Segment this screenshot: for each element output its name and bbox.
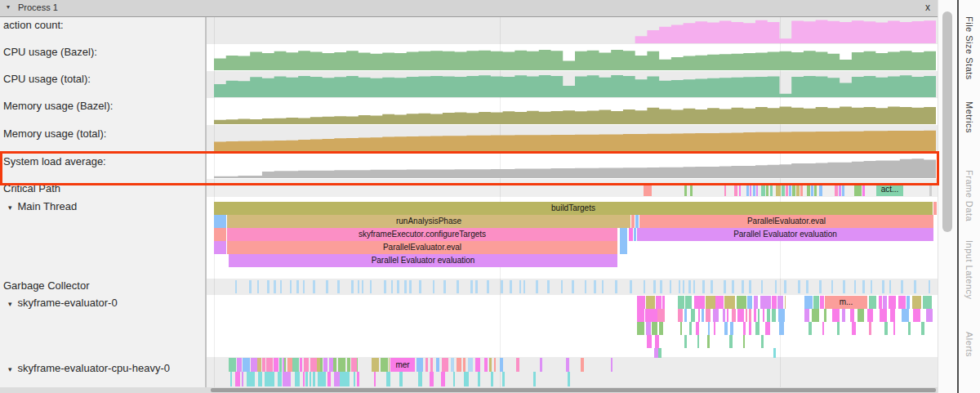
trace-event[interactable] bbox=[786, 183, 788, 196]
trace-event[interactable] bbox=[926, 309, 933, 322]
trace-event[interactable] bbox=[879, 296, 882, 309]
trace-event[interactable] bbox=[839, 183, 841, 196]
trace-event[interactable] bbox=[908, 322, 911, 335]
trace-event[interactable] bbox=[290, 280, 292, 293]
trace-event[interactable] bbox=[265, 372, 274, 386]
trace-event[interactable] bbox=[723, 309, 725, 322]
trace-event[interactable] bbox=[257, 358, 261, 372]
trace-event[interactable] bbox=[338, 358, 345, 372]
gutter-divider[interactable] bbox=[205, 17, 207, 387]
trace-event[interactable] bbox=[713, 309, 719, 322]
trace-event[interactable] bbox=[611, 358, 612, 372]
thread-track-main-thread[interactable]: ▾Main Thread bbox=[8, 200, 77, 212]
trace-event[interactable] bbox=[775, 280, 777, 293]
trace-event[interactable] bbox=[384, 280, 386, 293]
trace-event[interactable] bbox=[862, 183, 865, 196]
trace-event[interactable] bbox=[457, 358, 461, 372]
trace-event[interactable] bbox=[333, 358, 336, 372]
trace-event[interactable] bbox=[300, 358, 302, 372]
trace-event[interactable] bbox=[890, 309, 895, 322]
trace-event[interactable] bbox=[547, 280, 550, 293]
trace-event[interactable] bbox=[869, 296, 876, 309]
trace-event[interactable] bbox=[756, 183, 758, 196]
trace-event[interactable] bbox=[854, 183, 862, 196]
trace-event-mer[interactable]: mer bbox=[390, 358, 415, 372]
trace-event[interactable] bbox=[457, 280, 459, 293]
trace-event[interactable] bbox=[779, 322, 784, 335]
trace-event[interactable] bbox=[660, 280, 662, 293]
trace-event[interactable] bbox=[679, 280, 680, 293]
trace-event[interactable] bbox=[708, 322, 710, 335]
trace-event[interactable] bbox=[749, 309, 751, 322]
trace-event[interactable] bbox=[351, 280, 354, 293]
counter-chart-system-load-average[interactable] bbox=[214, 154, 936, 178]
trace-event[interactable] bbox=[889, 280, 891, 293]
trace-event[interactable] bbox=[464, 372, 469, 386]
trace-event[interactable] bbox=[657, 309, 665, 322]
trace-event[interactable] bbox=[313, 280, 315, 293]
trace-event[interactable] bbox=[399, 372, 403, 386]
trace-event[interactable] bbox=[732, 280, 734, 293]
trace-event[interactable] bbox=[882, 280, 884, 293]
trace-event[interactable] bbox=[566, 358, 569, 372]
trace-event[interactable] bbox=[739, 183, 741, 196]
trace-event[interactable] bbox=[913, 309, 920, 322]
trace-event[interactable] bbox=[754, 309, 756, 322]
trace-event[interactable] bbox=[451, 358, 454, 372]
trace-event[interactable] bbox=[303, 280, 305, 293]
trace-event[interactable] bbox=[267, 280, 270, 293]
trace-event[interactable] bbox=[819, 183, 822, 196]
trace-event[interactable] bbox=[523, 280, 525, 293]
trace-event[interactable] bbox=[688, 280, 691, 293]
trace-event[interactable] bbox=[280, 280, 282, 293]
trace-event[interactable] bbox=[772, 296, 777, 309]
tab-input-latency[interactable]: Input Latency bbox=[964, 240, 974, 300]
trace-event[interactable] bbox=[724, 296, 735, 309]
trace-event[interactable] bbox=[784, 280, 786, 293]
trace-event[interactable] bbox=[278, 372, 282, 386]
trace-event[interactable] bbox=[767, 309, 770, 322]
trace-event[interactable] bbox=[804, 296, 813, 309]
trace-event[interactable] bbox=[656, 296, 662, 309]
trace-event[interactable] bbox=[310, 372, 311, 386]
trace-event[interactable] bbox=[746, 309, 747, 322]
trace-event[interactable] bbox=[585, 280, 586, 293]
trace-event[interactable] bbox=[824, 309, 826, 322]
trace-event[interactable] bbox=[602, 280, 604, 293]
trace-event[interactable] bbox=[418, 372, 422, 386]
trace-event[interactable] bbox=[389, 358, 390, 372]
trace-event[interactable] bbox=[645, 309, 657, 322]
trace-event[interactable] bbox=[292, 358, 299, 372]
trace-event[interactable] bbox=[362, 280, 363, 293]
trace-event[interactable] bbox=[902, 309, 909, 322]
trace-event[interactable] bbox=[348, 372, 350, 386]
trace-event[interactable] bbox=[820, 296, 824, 309]
trace-event[interactable] bbox=[792, 183, 795, 196]
trace-event[interactable] bbox=[806, 280, 808, 293]
trace-event[interactable] bbox=[358, 280, 359, 293]
trace-event[interactable] bbox=[310, 358, 317, 372]
trace-event[interactable] bbox=[357, 358, 358, 372]
process-header[interactable]: ▾ Process 1 x bbox=[0, 0, 938, 17]
trace-event[interactable] bbox=[568, 372, 570, 386]
trace-event[interactable] bbox=[266, 358, 273, 372]
trace-event[interactable] bbox=[337, 280, 340, 293]
trace-event[interactable] bbox=[858, 309, 864, 322]
trace-event[interactable] bbox=[354, 372, 355, 386]
trace-event[interactable] bbox=[685, 296, 692, 309]
trace-event[interactable] bbox=[694, 296, 705, 309]
trace-event[interactable] bbox=[782, 183, 785, 196]
trace-event[interactable] bbox=[789, 183, 791, 196]
trace-event[interactable] bbox=[478, 372, 480, 386]
trace-event[interactable] bbox=[912, 296, 921, 309]
trace-event[interactable] bbox=[646, 296, 655, 309]
trace-event[interactable] bbox=[391, 280, 393, 293]
trace-event[interactable] bbox=[644, 280, 645, 293]
trace-event[interactable] bbox=[340, 372, 348, 386]
trace-event[interactable] bbox=[318, 372, 326, 386]
trace-event[interactable] bbox=[502, 372, 505, 386]
trace-event[interactable] bbox=[533, 372, 536, 386]
trace-event[interactable] bbox=[715, 296, 724, 309]
trace-event[interactable] bbox=[247, 372, 255, 386]
trace-event[interactable] bbox=[883, 296, 887, 309]
